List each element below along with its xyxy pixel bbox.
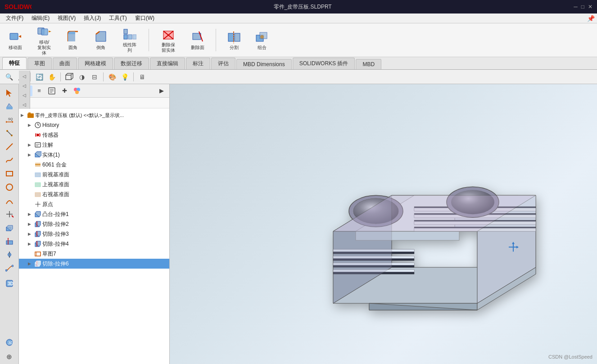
tab-migration[interactable]: 数据迁移 xyxy=(114,58,149,69)
sidebar-bottom1[interactable]: 3D xyxy=(2,336,17,349)
tab-sw-plugins[interactable]: SOLIDWORKS 插件 xyxy=(293,58,355,69)
tree-material[interactable]: ▶ 6061 合金 xyxy=(19,160,169,170)
pan-btn[interactable]: ✋ xyxy=(46,72,57,82)
sidebar-more[interactable]: 3D xyxy=(2,277,17,290)
tree-collapse-2[interactable]: ◁ xyxy=(20,81,29,90)
ft-btn-color[interactable] xyxy=(71,85,83,96)
color-btn[interactable]: 🎨 xyxy=(107,72,118,82)
tree-cut-extrude3[interactable]: ▶ 切除-拉伸3 xyxy=(19,229,169,239)
toolbar-chamfer[interactable]: 倒角 xyxy=(89,26,113,54)
menu-edit[interactable]: 编辑(E) xyxy=(28,13,53,23)
sidebar-sketch[interactable] xyxy=(2,100,17,112)
svg-text:3D: 3D xyxy=(8,341,14,345)
tree-collapse-4[interactable]: ◁ xyxy=(20,100,29,109)
toolbar-delete-keep[interactable]: 删除保留实体 xyxy=(155,26,181,54)
sidebar-line[interactable] xyxy=(2,140,17,153)
history-label: History xyxy=(42,122,59,128)
tab-label[interactable]: 标注 xyxy=(186,58,210,69)
sidebar-cut[interactable] xyxy=(2,235,17,247)
tab-surface[interactable]: 曲面 xyxy=(53,58,77,69)
tree-sensor[interactable]: ▶ 传感器 xyxy=(19,130,169,140)
window-controls[interactable]: ─ □ ✕ xyxy=(574,4,592,10)
menu-view[interactable]: 视图(V) xyxy=(54,13,79,23)
sidebar-arc[interactable] xyxy=(2,194,17,207)
tree-boss-extrude1[interactable]: ▶ 凸台-拉伸1 xyxy=(19,209,169,219)
cut4-arrow: ▶ xyxy=(28,242,33,246)
ft-btn-add[interactable]: ✚ xyxy=(59,85,70,96)
cut4-icon xyxy=(34,240,41,247)
sidebar-relations[interactable] xyxy=(2,127,17,139)
sidebar-trim[interactable] xyxy=(2,208,17,220)
tree-collapse-1[interactable]: ◁ xyxy=(20,72,29,81)
toolbar-delete-face[interactable]: 删除面 xyxy=(186,26,209,54)
tree-annotation[interactable]: ▶ 注解 xyxy=(19,140,169,150)
tree-sketch7[interactable]: ▶ 草图7 xyxy=(19,249,169,259)
tree-history[interactable]: ▶ History xyxy=(19,120,169,130)
tree-origin[interactable]: ▶ 原点 xyxy=(19,199,169,209)
tab-mesh[interactable]: 网格建模 xyxy=(78,58,113,69)
svg-rect-4 xyxy=(41,29,48,35)
origin-label: 原点 xyxy=(42,201,53,208)
tree-collapse-3[interactable]: ◁ xyxy=(20,90,29,99)
menu-tools[interactable]: 工具(T) xyxy=(105,13,130,23)
tab-evaluate[interactable]: 评估 xyxy=(211,58,235,69)
ft-btn-properties[interactable] xyxy=(46,85,58,96)
ft-btn-expand[interactable]: ▶ xyxy=(156,85,167,96)
tab-sketch[interactable]: 草图 xyxy=(27,58,52,69)
toolbar-move-copy[interactable]: 移动/复制实体 xyxy=(32,26,57,54)
tree-cut-extrude4[interactable]: ▶ 切除-拉伸4 xyxy=(19,239,169,249)
monitor-btn[interactable]: 🖥 xyxy=(137,72,148,82)
tree-front-plane[interactable]: ▶ 前视基准面 xyxy=(19,170,169,180)
sections-btn[interactable]: ⊟ xyxy=(89,72,100,82)
menu-insert[interactable]: 插入(J) xyxy=(80,13,104,23)
toolbar-move-face[interactable]: 移动面 xyxy=(4,26,27,54)
sidebar-circle[interactable] xyxy=(2,181,17,193)
display-style-btn[interactable]: ◑ xyxy=(77,72,87,82)
toolbar-split[interactable]: 分割 xyxy=(222,26,246,54)
root-arrow: ▶ xyxy=(21,113,26,117)
toolbar-split-label: 分割 xyxy=(230,45,239,51)
tab-direct-edit[interactable]: 直接编辑 xyxy=(150,58,185,69)
view-toolbar: 🔍 🔎 🔄 ✋ ◑ ⊟ 🎨 💡 🖥 xyxy=(0,70,597,84)
sidebar-sweep[interactable] xyxy=(2,262,17,274)
tab-feature[interactable]: 特征 xyxy=(2,57,27,69)
solid-label: 实体(1) xyxy=(42,151,60,159)
toolbar-combine[interactable]: 组合 xyxy=(250,26,274,54)
left-sidebar: SQ xyxy=(0,84,19,364)
sidebar-smart-dim[interactable]: SQ xyxy=(2,113,17,126)
tab-mbd-dimensions[interactable]: MBD Dimensions xyxy=(236,59,292,69)
root-icon xyxy=(27,112,34,119)
tree-cut-extrude6[interactable]: ▶ 切除-拉伸6 xyxy=(19,259,169,269)
svg-rect-19 xyxy=(235,33,240,41)
sidebar-rect[interactable] xyxy=(2,167,17,180)
sidebar-extrude[interactable] xyxy=(2,221,17,234)
svg-rect-37 xyxy=(6,171,13,176)
sidebar-spline[interactable] xyxy=(2,154,17,166)
toolbar-linear-pattern[interactable]: 线性阵列 xyxy=(117,26,142,54)
toolbar-chamfer-label: 倒角 xyxy=(96,45,105,51)
feature-tree-toolbar: ≡ ✚ ▶ xyxy=(19,84,169,98)
titlebar-left: SOLIDWORKS xyxy=(5,2,32,12)
tree-right-plane[interactable]: ▶ 右视基准面 xyxy=(19,189,169,199)
toolbar-fillet[interactable]: 圆角 xyxy=(61,26,85,54)
tree-top-plane[interactable]: ▶ 上视基准面 xyxy=(19,180,169,189)
tab-mbd[interactable]: MBD xyxy=(356,59,381,69)
tree-cut-extrude2[interactable]: ▶ 切除-拉伸2 xyxy=(19,219,169,229)
menu-file[interactable]: 文件(F) xyxy=(2,13,27,23)
tree-solid[interactable]: ▶ 实体(1) xyxy=(19,150,169,160)
sidebar-revolve[interactable] xyxy=(2,248,17,261)
viewport[interactable]: CSDN @LostSpeed xyxy=(170,84,597,364)
sidebar-bottom2[interactable]: ⊕ xyxy=(2,351,17,363)
cut3-label: 切除-拉伸3 xyxy=(42,230,69,238)
ft-btn-list[interactable]: ≡ xyxy=(33,85,45,96)
menu-window[interactable]: 窗口(W) xyxy=(131,13,158,23)
search-btn[interactable]: 🔍 xyxy=(4,72,14,82)
sidebar-select[interactable] xyxy=(2,86,17,99)
render-btn[interactable]: 💡 xyxy=(119,72,130,82)
boss1-arrow: ▶ xyxy=(28,212,33,216)
view3d-btn[interactable] xyxy=(64,72,75,82)
tree-root-item[interactable]: ▶ 零件_皮带压板 (默认) <<默认>_显示状... xyxy=(19,110,169,120)
svg-text:SQ: SQ xyxy=(8,117,13,121)
rotate-btn[interactable]: 🔄 xyxy=(34,72,45,82)
toolbar-move-copy-label: 移动/复制实体 xyxy=(37,40,51,56)
